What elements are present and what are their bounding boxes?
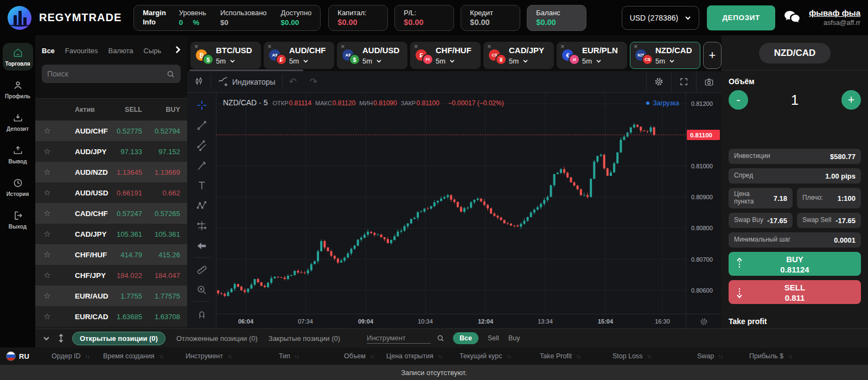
asset-sell-price[interactable]: 0.57247 bbox=[110, 210, 144, 218]
column-header[interactable]: Объем↑↓ bbox=[344, 352, 386, 360]
favorite-star-icon[interactable]: ☆ bbox=[35, 229, 59, 239]
chart-tab-CAD/JPY[interactable]: ×C$¥CAD/JPY5m bbox=[483, 42, 554, 69]
sidebar-item-Профиль[interactable]: Профиль bbox=[3, 75, 33, 103]
asset-tab-Все[interactable]: Все bbox=[42, 47, 55, 55]
search-icon[interactable] bbox=[436, 334, 445, 343]
text-tool-icon[interactable] bbox=[192, 175, 212, 195]
instrument-input[interactable] bbox=[367, 333, 431, 344]
sort-icon[interactable]: ↑↓ bbox=[788, 353, 792, 359]
asset-tab-Сырь[interactable]: Сырь bbox=[144, 47, 162, 55]
asset-sell-price[interactable]: 1.7755 bbox=[110, 292, 144, 300]
sort-icon[interactable]: ↑↓ bbox=[370, 353, 374, 359]
pitchfork-icon[interactable] bbox=[192, 135, 212, 155]
redo-button[interactable]: ↷ bbox=[303, 71, 324, 92]
asset-sell-price[interactable]: 105.361 bbox=[110, 230, 144, 238]
timeframe-select[interactable]: 5m bbox=[362, 57, 382, 65]
column-header[interactable]: Тип↑↓ bbox=[279, 352, 344, 360]
asset-buy-price[interactable]: 0.662 bbox=[144, 189, 187, 197]
sort-icon[interactable]: ↑↓ bbox=[647, 353, 652, 359]
filter-Sell[interactable]: Sell bbox=[488, 334, 499, 342]
buy-button[interactable]: BUY 0.81124 bbox=[729, 252, 861, 276]
time-axis[interactable]: 06:0407:3409:0410:3412:0413:3415:0416:30 bbox=[216, 314, 686, 328]
asset-buy-price[interactable]: 97.152 bbox=[144, 148, 187, 156]
volume-value[interactable]: 1 bbox=[791, 92, 799, 109]
forecast-icon[interactable] bbox=[192, 216, 212, 236]
favorite-star-icon[interactable]: ☆ bbox=[35, 208, 59, 218]
chart-tab-AUD/USD[interactable]: ×A$$AUD/USD5m bbox=[337, 42, 407, 69]
brush-icon[interactable] bbox=[192, 155, 212, 175]
column-header[interactable]: Текущий курс↑↓ bbox=[459, 352, 540, 360]
magnet-icon[interactable] bbox=[192, 303, 212, 324]
timeframe-select[interactable]: 5m bbox=[655, 57, 675, 65]
asset-row[interactable]: ☆CHF/JPY184.022184.047 bbox=[35, 265, 187, 286]
asset-row[interactable]: ☆CAD/CHF0.572470.57265 bbox=[35, 203, 187, 224]
asset-buy-price[interactable]: 415.26 bbox=[144, 251, 187, 259]
chart-canvas[interactable]: NZD/CAD · 5 ОТКР0.81114МАКС0.81120МИН0.8… bbox=[216, 93, 686, 314]
asset-buy-price[interactable]: 1.77575 bbox=[144, 292, 187, 300]
favorite-star-icon[interactable]: ☆ bbox=[35, 312, 59, 321]
favorite-star-icon[interactable]: ☆ bbox=[35, 188, 59, 198]
column-header[interactable]: Прибыль $↑↓ bbox=[749, 352, 820, 360]
asset-sell-price[interactable]: 0.52775 bbox=[110, 127, 144, 135]
candle-style-button[interactable] bbox=[187, 71, 210, 92]
asset-tab-Валюта[interactable]: Валюта bbox=[108, 47, 133, 55]
sidebar-item-Депозит[interactable]: Депозит bbox=[3, 108, 33, 136]
timeframe-select[interactable]: 5m bbox=[289, 57, 309, 65]
chart-settings-icon[interactable] bbox=[646, 71, 671, 92]
favorite-star-icon[interactable]: ☆ bbox=[35, 291, 59, 301]
timeframe-select[interactable]: 5m bbox=[509, 57, 528, 65]
asset-buy-price[interactable]: 1.63708 bbox=[144, 313, 187, 321]
volume-minus-button[interactable]: - bbox=[729, 90, 748, 110]
asset-buy-price[interactable]: 0.57265 bbox=[144, 210, 187, 218]
asset-buy-price[interactable]: 0.52794 bbox=[144, 127, 187, 135]
tabs-scrollbar[interactable] bbox=[189, 69, 303, 71]
column-header[interactable]: Stop Loss↑↓ bbox=[612, 352, 697, 360]
sort-icon[interactable]: ↑↓ bbox=[718, 353, 723, 359]
column-header[interactable]: Инструмент↑↓ bbox=[186, 352, 279, 360]
asset-row[interactable]: ☆AUD/JPY97.13397.152 bbox=[35, 141, 187, 162]
column-header[interactable]: Цена открытия↑↓ bbox=[386, 352, 459, 360]
axis-settings-gear-icon[interactable] bbox=[686, 314, 722, 328]
screenshot-icon[interactable] bbox=[696, 71, 722, 92]
chart-tab-CHF/HUF[interactable]: ×₣FtCHF/HUF5m bbox=[410, 42, 481, 69]
asset-buy-price[interactable]: 1.13669 bbox=[144, 168, 187, 176]
timeframe-select[interactable]: 5m bbox=[582, 57, 602, 65]
asset-row[interactable]: ☆EUR/AUD1.77551.77575 bbox=[35, 286, 187, 306]
chart-tab-AUD/CHF[interactable]: ×A$₣AUD/CHF5m bbox=[264, 42, 334, 69]
deposit-button[interactable]: ДЕПОЗИТ bbox=[707, 5, 775, 30]
asset-row[interactable]: ☆CAD/JPY105.361105.361 bbox=[35, 224, 187, 244]
ruler-icon[interactable] bbox=[192, 259, 212, 280]
resize-updown-icon[interactable] bbox=[58, 333, 64, 343]
sort-icon[interactable]: ↑↓ bbox=[506, 353, 510, 359]
column-header[interactable]: Время создания↑↓ bbox=[103, 352, 186, 360]
favorite-star-icon[interactable]: ☆ bbox=[35, 126, 59, 136]
undo-button[interactable]: ↶ bbox=[283, 71, 303, 92]
sort-icon[interactable]: ↑↓ bbox=[438, 353, 442, 359]
favorite-star-icon[interactable]: ☆ bbox=[35, 270, 59, 280]
search-icon[interactable] bbox=[166, 69, 175, 79]
zoom-in-icon[interactable] bbox=[192, 280, 212, 300]
chart-tab-BTC/USD[interactable]: ×₿$BTC/USD5m bbox=[190, 42, 261, 69]
sell-button[interactable]: SELL 0.811 bbox=[729, 280, 861, 304]
chat-icon[interactable] bbox=[783, 10, 801, 26]
favorite-star-icon[interactable]: ☆ bbox=[35, 250, 59, 259]
positions-tab[interactable]: Закрытые позиции (0) bbox=[269, 334, 340, 343]
asset-tab-Favourites[interactable]: Favourites bbox=[65, 47, 98, 55]
add-chart-tab-button[interactable]: + bbox=[703, 42, 722, 69]
sidebar-item-Торговля[interactable]: Торговля bbox=[3, 43, 33, 71]
sort-icon[interactable]: ↑↓ bbox=[159, 353, 163, 359]
filter-Все[interactable]: Все bbox=[453, 332, 478, 344]
timeframe-select[interactable]: 5m bbox=[216, 57, 235, 65]
asset-row[interactable]: ☆AUD/NZD1.136451.13669 bbox=[35, 162, 187, 182]
user-name[interactable]: фываф фыа bbox=[809, 8, 860, 18]
volume-plus-button[interactable]: + bbox=[841, 90, 861, 110]
asset-sell-price[interactable]: 1.63685 bbox=[110, 313, 144, 321]
sidebar-item-Выход[interactable]: Выход bbox=[3, 206, 33, 233]
chart-tab-EUR/PLN[interactable]: ×€złEUR/PLN5m bbox=[557, 42, 627, 69]
sort-icon[interactable]: ↑↓ bbox=[576, 353, 580, 359]
asset-sell-price[interactable]: 414.79 bbox=[110, 251, 144, 259]
arrow-tool-icon[interactable] bbox=[192, 236, 212, 256]
sidebar-item-История[interactable]: История bbox=[3, 173, 33, 201]
search-input[interactable] bbox=[47, 69, 166, 78]
asset-sell-price[interactable]: 184.022 bbox=[110, 271, 144, 280]
